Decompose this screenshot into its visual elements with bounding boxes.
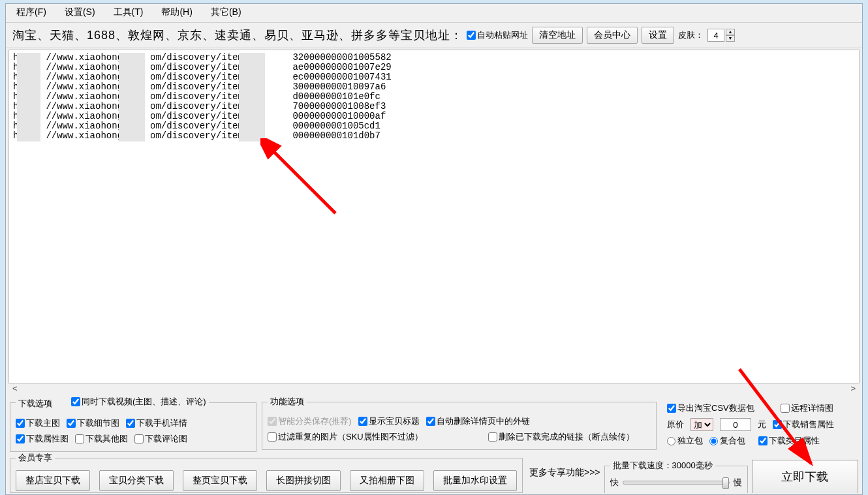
skin-spinner[interactable]: ▲ ▼ — [707, 29, 735, 42]
whole-page-download-button[interactable]: 整页宝贝下载 — [183, 470, 257, 491]
download-comment-checkbox[interactable]: 下载评论图 — [134, 433, 187, 445]
price-prefix: 原价 — [667, 419, 684, 430]
export-options-panel: 导出淘宝CSV数据包 远程详情图 原价 加 元 下载销售属性 独立包 复合包 下… — [662, 396, 854, 449]
censor-block — [119, 53, 145, 142]
export-csv-checkbox[interactable]: 导出淘宝CSV数据包 — [667, 402, 754, 414]
address-label: 淘宝、天猫、1688、敦煌网、京东、速卖通、易贝、亚马逊、拼多多等宝贝地址： — [12, 27, 463, 43]
censor-block — [17, 53, 40, 142]
speed-legend: 批量下载速度：30000毫秒 — [610, 460, 715, 472]
auto-paste-checkbox[interactable]: 自动粘贴网址 — [467, 29, 528, 41]
toolbar: 淘宝、天猫、1688、敦煌网、京东、速卖通、易贝、亚马逊、拼多多等宝贝地址： 自… — [6, 22, 862, 48]
menu-item[interactable]: 帮助(H) — [161, 7, 192, 18]
skin-label: 皮肤： — [678, 29, 704, 41]
batch-watermark-button[interactable]: 批量加水印设置 — [433, 470, 517, 491]
download-main-checkbox[interactable]: 下载主图 — [16, 417, 60, 429]
download-now-button[interactable]: 立即下载 — [752, 460, 858, 493]
panel-legend: 功能选项 — [268, 396, 307, 408]
function-options-panel: 功能选项 智能分类保存(推荐) 显示宝贝标题 自动删除详情页中的外链 过滤重复的… — [262, 396, 657, 450]
speed-slow-label: 慢 — [734, 477, 742, 488]
spin-up-icon[interactable]: ▲ — [726, 29, 735, 35]
delete-done-checkbox[interactable]: 删除已下载完成的链接（断点续传） — [488, 431, 634, 443]
url-textarea[interactable]: h //www.xiaohong om/discovery/item/5 320… — [8, 50, 860, 383]
youpai-album-button[interactable]: 又拍相册下图 — [350, 470, 424, 491]
price-unit: 元 — [758, 419, 766, 430]
censor-block — [239, 53, 265, 142]
speed-panel: 批量下载速度：30000毫秒 快 慢 — [604, 460, 748, 493]
smart-save-checkbox: 智能分类保存(推荐) — [268, 415, 352, 427]
download-cat-attr-checkbox[interactable]: 下载类目属性 — [758, 435, 820, 447]
speed-slider[interactable] — [623, 481, 730, 485]
auto-delete-extlink-checkbox[interactable]: 自动删除详情页中的外链 — [426, 415, 530, 427]
download-video-checkbox[interactable]: 同时下载视频(主图、描述、评论) — [71, 396, 206, 408]
filter-dup-checkbox[interactable]: 过滤重复的图片（SKU属性图不过滤） — [268, 431, 423, 443]
menu-item[interactable]: 工具(T) — [114, 7, 144, 18]
category-download-button[interactable]: 宝贝分类下载 — [99, 470, 174, 491]
settings-button[interactable]: 设置 — [642, 27, 674, 44]
panel-legend: 下载选项 — [18, 398, 52, 408]
svg-line-0 — [270, 148, 335, 213]
spin-down-icon[interactable]: ▼ — [726, 35, 735, 42]
show-title-checkbox[interactable]: 显示宝贝标题 — [358, 415, 420, 427]
skin-value[interactable] — [707, 29, 724, 42]
menu-item[interactable]: 其它(B) — [211, 7, 241, 18]
more-features-link[interactable]: 更多专享功能>>> — [529, 467, 600, 479]
long-image-button[interactable]: 长图拼接切图 — [266, 470, 341, 491]
arrow-icon — [260, 138, 345, 223]
download-sales-attr-checkbox[interactable]: 下载销售属性 — [773, 419, 834, 430]
whole-shop-download-button[interactable]: 整店宝贝下载 — [16, 470, 90, 491]
price-op-select[interactable]: 加 — [690, 418, 713, 431]
scroll-indicator: <> — [8, 383, 860, 393]
menu-item[interactable]: 设置(S) — [65, 7, 95, 18]
single-pack-radio[interactable]: 独立包 — [667, 435, 703, 447]
clear-address-button[interactable]: 清空地址 — [532, 27, 583, 44]
download-detail-checkbox[interactable]: 下载细节图 — [67, 417, 119, 429]
remote-detail-checkbox[interactable]: 远程详情图 — [781, 402, 833, 414]
panel-legend: 会员专享 — [16, 452, 55, 464]
download-mobile-checkbox[interactable]: 下载手机详情 — [126, 417, 187, 429]
menu-item[interactable]: 程序(F) — [16, 7, 46, 18]
download-attr-checkbox[interactable]: 下载属性图 — [16, 433, 69, 445]
menubar: 程序(F) 设置(S) 工具(T) 帮助(H) 其它(B) — [6, 4, 862, 22]
download-other-checkbox[interactable]: 下载其他图 — [75, 433, 128, 445]
price-value-input[interactable] — [720, 418, 751, 431]
slider-thumb[interactable] — [722, 477, 729, 489]
member-center-button[interactable]: 会员中心 — [587, 27, 638, 44]
speed-fast-label: 快 — [610, 477, 619, 488]
members-panel: 会员专享 整店宝贝下载 宝贝分类下载 整页宝贝下载 长图拼接切图 又拍相册下图 … — [10, 452, 523, 493]
combo-pack-radio[interactable]: 复合包 — [709, 435, 745, 447]
download-options-panel: 下载选项 同时下载视频(主图、描述、评论) 下载主图 下载细节图 下载手机详情 … — [10, 396, 256, 452]
